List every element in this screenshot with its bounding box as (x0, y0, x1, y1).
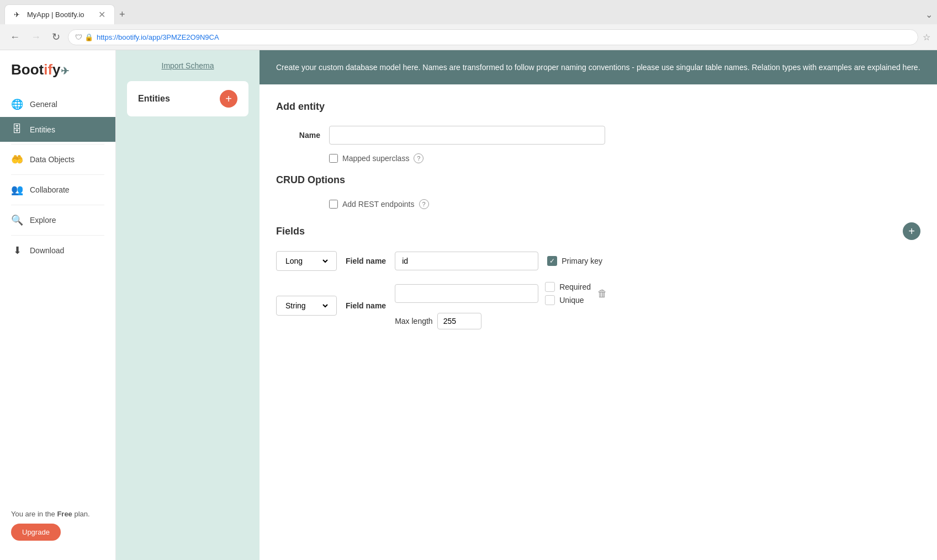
max-length-input[interactable] (437, 313, 481, 329)
max-length-row: Max length (395, 313, 607, 329)
field2-type-select[interactable]: Long String Integer Boolean (276, 296, 337, 316)
upgrade-button[interactable]: Upgrade (11, 524, 61, 541)
globe-icon: 🌐 (11, 98, 23, 110)
rest-endpoints-help-icon[interactable]: ? (419, 199, 429, 209)
name-field-row: Name (276, 126, 920, 145)
field2-name-input[interactable] (395, 284, 538, 303)
security-icons: 🛡 🔒 (75, 33, 93, 41)
crud-title: CRUD Options (276, 174, 920, 186)
add-entity-button[interactable]: + (220, 90, 237, 108)
sidebar-item-general[interactable]: 🌐 General (0, 92, 115, 117)
sidebar-item-entities[interactable]: 🗄 Entities (0, 117, 115, 142)
info-banner-text: Create your custom database model here. … (276, 63, 854, 72)
tab-close-button[interactable]: ✕ (98, 9, 105, 20)
logo-highlight: if (44, 61, 52, 78)
sidebar-label-data-objects: Data Objects (30, 155, 75, 164)
plan-text: You are in the Free plan. (11, 510, 104, 518)
name-label: Name (276, 131, 320, 140)
fields-title: Fields (276, 226, 305, 237)
add-entity-title: Add entity (276, 101, 920, 113)
info-banner: Create your custom database model here. … (260, 50, 937, 84)
data-objects-icon: 🤲 (11, 153, 23, 166)
right-panel: Create your custom database model here. … (260, 50, 937, 560)
form-area: Add entity Name Mapped superclass ? CRUD… (260, 84, 937, 357)
reload-button[interactable]: ↻ (49, 29, 63, 45)
plan-prefix: You are in the (11, 510, 57, 518)
name-input[interactable] (329, 126, 605, 145)
nav-divider-4 (11, 235, 104, 236)
mapped-superclass-help-icon[interactable]: ? (414, 153, 423, 163)
entities-card-title: Entities (138, 94, 170, 104)
database-icon: 🗄 (11, 124, 23, 135)
collaborate-icon: 👥 (11, 184, 23, 196)
main-content: Import Schema Entities + Create your cus… (116, 50, 937, 560)
logo-y: y (52, 61, 60, 78)
field-row-2: Long String Integer Boolean Field name (276, 282, 920, 329)
browser-tabs: ✈ MyApp | Bootify.io ✕ + ⌄ (0, 0, 937, 24)
sidebar-label-download: Download (30, 246, 64, 255)
sidebar-label-collaborate: Collaborate (30, 185, 70, 194)
sidebar-footer: You are in the Free plan. Upgrade (0, 501, 115, 550)
tab-overflow-button[interactable]: ⌄ (925, 9, 933, 20)
max-length-label: Max length (395, 317, 432, 326)
primary-key-checkbox[interactable]: ✓ (547, 256, 557, 266)
unique-checkbox[interactable] (545, 295, 555, 305)
mapped-superclass-label: Mapped superclass (342, 154, 409, 163)
sidebar-item-collaborate[interactable]: 👥 Collaborate (0, 177, 115, 202)
back-button[interactable]: ← (7, 29, 23, 45)
plan-name: Free (57, 510, 72, 518)
required-checkbox[interactable] (545, 282, 555, 292)
tab-title: MyApp | Bootify.io (27, 10, 94, 19)
primary-key-area: ✓ Primary key (547, 256, 602, 266)
add-field-button[interactable]: + (903, 222, 920, 240)
field2-name-row: Required Unique 🗑 (395, 282, 607, 305)
field2-type-dropdown[interactable]: Long String Integer Boolean (283, 301, 330, 311)
required-row: Required (545, 282, 591, 292)
field2-checkboxes: Required Unique (545, 282, 591, 305)
app-layout: Bootify✈ 🌐 General 🗄 Entities 🤲 Data Obj… (0, 50, 937, 560)
active-tab[interactable]: ✈ MyApp | Bootify.io ✕ (4, 4, 115, 24)
sidebar-label-explore: Explore (30, 216, 56, 225)
sidebar-item-download[interactable]: ⬇ Download (0, 238, 115, 263)
sidebar: Bootify✈ 🌐 General 🗄 Entities 🤲 Data Obj… (0, 50, 116, 560)
sidebar-label-entities: Entities (30, 125, 55, 134)
field2-right-area: Required Unique 🗑 Max (395, 282, 607, 329)
rest-endpoints-row: Add REST endpoints ? (329, 199, 920, 209)
logo-boot: Boot (11, 61, 44, 78)
bookmark-button[interactable]: ☆ (923, 32, 930, 42)
field2-delete-button[interactable]: 🗑 (597, 288, 607, 300)
middle-panel: Import Schema Entities + (116, 50, 260, 560)
nav-items: 🌐 General 🗄 Entities 🤲 Data Objects 👥 Co… (0, 92, 115, 501)
address-bar-wrapper: 🛡 🔒 (68, 29, 918, 45)
logo-text: Bootify✈ (11, 61, 69, 78)
explore-icon: 🔍 (11, 214, 23, 226)
field1-name-label: Field name (346, 257, 386, 265)
entities-card: Entities + (127, 81, 248, 116)
nav-divider-3 (11, 205, 104, 205)
sidebar-item-explore[interactable]: 🔍 Explore (0, 207, 115, 233)
plan-suffix: plan. (72, 510, 90, 518)
sidebar-item-data-objects[interactable]: 🤲 Data Objects (0, 147, 115, 172)
import-schema-link[interactable]: Import Schema (127, 61, 248, 70)
sidebar-label-general: General (30, 100, 57, 109)
browser-chrome: ✈ MyApp | Bootify.io ✕ + ⌄ ← → ↻ 🛡 🔒 ☆ (0, 0, 937, 50)
field1-type-dropdown[interactable]: Long String Integer Boolean (283, 256, 330, 266)
download-icon: ⬇ (11, 244, 23, 257)
browser-toolbar: ← → ↻ 🛡 🔒 ☆ (0, 24, 937, 50)
logo-arrow-icon: ✈ (61, 66, 69, 77)
lock-icon: 🔒 (84, 33, 93, 41)
field-row-1: Long String Integer Boolean Field name ✓… (276, 251, 920, 271)
rest-endpoints-checkbox[interactable] (329, 200, 338, 209)
mapped-superclass-row: Mapped superclass ? (329, 153, 920, 163)
new-tab-button[interactable]: + (115, 7, 130, 23)
rest-endpoints-label: Add REST endpoints (342, 200, 415, 209)
address-bar-input[interactable] (97, 33, 911, 41)
field1-name-input[interactable] (395, 252, 538, 270)
info-banner-link[interactable]: are explained here (854, 63, 918, 72)
forward-button[interactable]: → (28, 29, 44, 45)
logo: Bootify✈ (0, 61, 115, 92)
field1-type-select[interactable]: Long String Integer Boolean (276, 251, 337, 271)
mapped-superclass-checkbox[interactable] (329, 154, 338, 163)
unique-label: Unique (559, 296, 584, 305)
required-label: Required (559, 282, 591, 291)
